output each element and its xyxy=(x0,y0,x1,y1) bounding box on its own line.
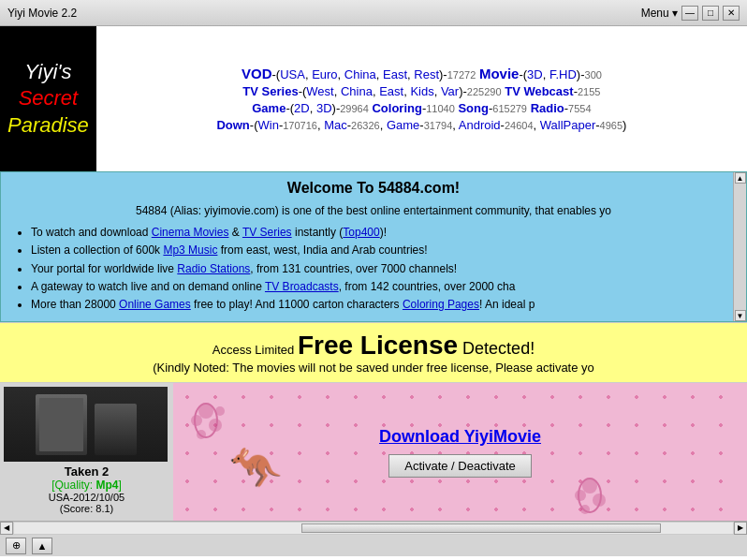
nav-tvwebcast-count: 2155 xyxy=(578,86,600,97)
license-bar: Access Limited Free License Detected! (K… xyxy=(0,322,747,383)
nav-sep: -( xyxy=(271,67,280,81)
horizontal-scrollbar: ◀ ▶ xyxy=(0,521,747,534)
header: Yiyi's Secret Paradise VOD-(USA, Euro, C… xyxy=(0,26,747,171)
download-link[interactable]: Download YiyiMovie xyxy=(379,427,541,447)
close-button[interactable]: ✕ xyxy=(723,6,740,21)
scroll-thumb[interactable] xyxy=(301,523,661,533)
nav-game-count: 29964 xyxy=(340,103,369,114)
nav-tvwebcast-link[interactable]: TV Webcast xyxy=(505,84,573,98)
nav-rest-link[interactable]: Rest xyxy=(414,67,439,81)
status-bar: ⊕ ▲ xyxy=(0,534,747,556)
nav-west-link[interactable]: West xyxy=(306,84,333,98)
tv-series-link[interactable]: TV Series xyxy=(242,226,292,239)
nav-coloring-count: 11040 xyxy=(426,103,455,114)
scroll-down-arrow[interactable]: ▼ xyxy=(735,310,746,321)
movie-meta: USA-2012/10/05 xyxy=(4,492,169,503)
nav-vod-link[interactable]: VOD xyxy=(242,66,272,81)
nav-android-link[interactable]: Android xyxy=(459,118,501,132)
nav-2d-link[interactable]: 2D xyxy=(294,101,310,115)
nav-tvseries-line: TV Series-(West, China, East, Kids, Var)… xyxy=(104,84,740,98)
quality-link[interactable]: Mp4 xyxy=(96,479,119,492)
scroll-left-arrow[interactable]: ◀ xyxy=(0,522,13,535)
maximize-button[interactable]: □ xyxy=(702,6,719,21)
license-line2: (Kindly Noted: The movies will not be sa… xyxy=(11,361,736,375)
welcome-banner: ▲ ▼ Welcome To 54884.com! 54884 (Alias: … xyxy=(0,171,747,322)
nav-usa-link[interactable]: USA xyxy=(280,67,305,81)
nav-mac-link[interactable]: Mac xyxy=(324,118,347,132)
nav-wallpaper-link[interactable]: WallPaper xyxy=(540,118,595,132)
license-line1: Access Limited Free License Detected! xyxy=(11,331,736,361)
cinema-movies-link[interactable]: Cinema Movies xyxy=(152,226,229,239)
nav-euro-link[interactable]: Euro xyxy=(312,67,337,81)
svg-point-7 xyxy=(575,490,586,501)
quality-label: [Quality: xyxy=(51,479,95,492)
activate-button[interactable]: Activate / Deactivate xyxy=(388,454,532,478)
mp3-music-link[interactable]: Mp3 Music xyxy=(163,243,217,257)
radio-stations-link[interactable]: Radio Stations xyxy=(177,262,250,275)
movie-image xyxy=(4,387,168,462)
nav-china-link[interactable]: China xyxy=(344,67,376,81)
nav-east-link[interactable]: East xyxy=(383,67,407,81)
window-controls: Menu ▾ — □ ✕ xyxy=(641,6,740,21)
status-btn-right[interactable]: ▲ xyxy=(32,538,52,554)
nav-down-line: Down-(Win-170716, Mac-26326, Game-31794,… xyxy=(104,118,740,132)
nav-game2-link[interactable]: Game xyxy=(387,118,419,132)
movie-info: Taken 2 [Quality: Mp4] USA-2012/10/05 (S… xyxy=(4,462,169,517)
tv-broadcasts-link[interactable]: TV Broadcasts xyxy=(265,280,339,293)
online-games-link[interactable]: Online Games xyxy=(119,298,191,311)
nav-3d2-link[interactable]: 3D xyxy=(316,101,332,115)
coloring-pages-link[interactable]: Coloring Pages xyxy=(403,298,479,311)
nav-kids-link[interactable]: Kids xyxy=(410,84,433,98)
nav-3d-link[interactable]: 3D xyxy=(527,67,543,81)
movie-quality: [Quality: Mp4] xyxy=(4,479,169,492)
banner-title: Welcome To 54884.com! xyxy=(12,180,735,197)
movie-score: (Score: 8.1) xyxy=(4,503,169,514)
banner-scrollbar[interactable]: ▲ ▼ xyxy=(733,172,746,321)
banner-intro: 54884 (Alias: yiyimovie.com) is one of t… xyxy=(12,202,735,220)
movie-panel: Taken 2 [Quality: Mp4] USA-2012/10/05 (S… xyxy=(0,383,173,521)
scroll-right-arrow[interactable]: ▶ xyxy=(734,522,747,535)
bullet-2: Listen a collection of 600k Mp3 Music fr… xyxy=(31,242,735,259)
title-bar: Yiyi Movie 2.2 Menu ▾ — □ ✕ xyxy=(0,0,747,26)
quality-close: ] xyxy=(119,479,122,492)
nav-china2-link[interactable]: China xyxy=(341,84,373,98)
window-title: Yiyi Movie 2.2 xyxy=(7,7,77,20)
bullet-4: A gateway to watch live and on demand on… xyxy=(31,278,735,296)
minimize-button[interactable]: — xyxy=(681,6,698,21)
nav-game-link[interactable]: Game xyxy=(252,101,286,115)
movie-thumbnail xyxy=(4,387,168,462)
nav-game-line: Game-(2D, 3D)-29964 Coloring-11040 Song-… xyxy=(104,101,740,115)
nav-radio-link[interactable]: Radio xyxy=(531,101,564,115)
nav-tvseries-count: 225290 xyxy=(467,86,502,97)
ad-content: Download YiyiMovie Activate / Deactivate xyxy=(379,427,541,478)
menu-button[interactable]: Menu ▾ xyxy=(641,7,678,20)
bullet-3: Your portal for worldwide live Radio Sta… xyxy=(31,260,735,278)
content-area: Taken 2 [Quality: Mp4] USA-2012/10/05 (S… xyxy=(0,383,747,521)
nav-radio-count: 7554 xyxy=(568,103,591,114)
nav-east2-link[interactable]: East xyxy=(379,84,403,98)
nav-coloring-link[interactable]: Coloring xyxy=(372,101,421,115)
nav-down-link[interactable]: Down xyxy=(216,118,249,132)
top400-link[interactable]: Top400 xyxy=(343,226,379,239)
scroll-up-arrow[interactable]: ▲ xyxy=(735,172,746,184)
bullet-1: To watch and download Cinema Movies & TV… xyxy=(31,224,735,242)
bullet-5: More than 28000 Online Games free to pla… xyxy=(31,296,735,314)
navigation: VOD-(USA, Euro, China, East, Rest)-17272… xyxy=(96,60,747,138)
scroll-track[interactable] xyxy=(13,522,734,535)
kangaroo-icon: 🦘 xyxy=(229,443,282,493)
nav-fhd-link[interactable]: F.HD xyxy=(549,67,577,81)
nav-win-link[interactable]: Win xyxy=(257,118,278,132)
logo-line1: Yiyi's xyxy=(7,59,89,86)
nav-vod-line: VOD-(USA, Euro, China, East, Rest)-17272… xyxy=(104,66,740,81)
nav-movie-link[interactable]: Movie xyxy=(479,66,520,81)
free-license-text: Free License xyxy=(298,331,458,360)
nav-vod-count: 17272 xyxy=(447,69,476,81)
ad-panel: 🦘 Download YiyiMovie Activate / Deactiva… xyxy=(173,383,747,521)
status-btn-left[interactable]: ⊕ xyxy=(6,538,26,554)
nav-tvseries-link[interactable]: TV Series xyxy=(242,84,298,98)
nav-var-link[interactable]: Var xyxy=(441,84,459,98)
movie-title: Taken 2 xyxy=(4,464,169,479)
access-limited-text: Access Limited xyxy=(212,343,298,357)
logo-line3: Paradise xyxy=(7,112,89,140)
nav-song-link[interactable]: Song xyxy=(458,101,489,115)
